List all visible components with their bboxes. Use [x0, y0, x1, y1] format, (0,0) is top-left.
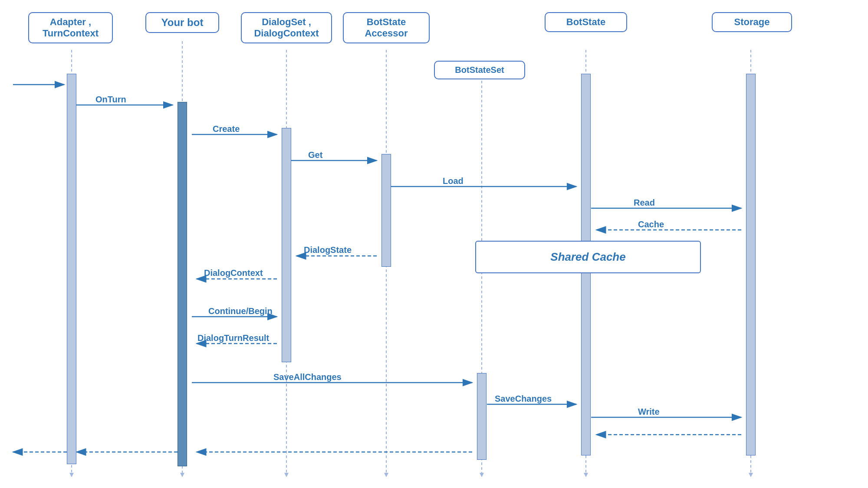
- lane-botstateset: BotStateSet: [434, 61, 525, 79]
- lane-dialogset: DialogSet , DialogContext: [241, 12, 332, 43]
- label-onturn: OnTurn: [95, 95, 126, 105]
- activation-botstate-acc: [381, 154, 391, 267]
- activation-botstateset: [477, 373, 487, 460]
- activation-yourbot: [178, 102, 187, 466]
- svg-marker-16: [584, 473, 588, 477]
- shared-cache-box: Shared Cache: [475, 241, 701, 273]
- lane-botstate-acc: BotState Accessor: [343, 12, 430, 43]
- label-dialogturnresult: DialogTurnResult: [197, 333, 269, 343]
- lane-yourbot: Your bot: [145, 12, 219, 33]
- svg-marker-12: [180, 473, 184, 477]
- botstateset-label: BotStateSet: [455, 65, 504, 75]
- lane-botstate: BotState: [545, 12, 627, 32]
- activation-storage: [746, 74, 756, 455]
- lane-adapter: Adapter , TurnContext: [28, 12, 113, 43]
- label-savechanges: SaveChanges: [495, 394, 552, 404]
- label-read: Read: [634, 198, 655, 208]
- svg-marker-13: [284, 473, 289, 477]
- svg-marker-17: [749, 473, 753, 477]
- activation-dialogset: [282, 128, 291, 362]
- svg-marker-14: [384, 473, 388, 477]
- sequence-diagram: Adapter , TurnContext Your bot DialogSet…: [0, 0, 868, 488]
- label-write: Write: [638, 407, 660, 417]
- label-continue: Continue/Begin: [208, 306, 273, 316]
- label-create: Create: [213, 124, 240, 134]
- svg-marker-15: [480, 473, 484, 477]
- label-cache: Cache: [638, 219, 664, 229]
- svg-marker-11: [69, 473, 74, 477]
- label-get: Get: [308, 150, 322, 160]
- label-saveallchanges: SaveAllChanges: [273, 372, 342, 382]
- activation-adapter: [67, 74, 76, 464]
- label-dialogcontext: DialogContext: [204, 268, 263, 278]
- label-load: Load: [443, 176, 464, 186]
- lane-storage: Storage: [712, 12, 792, 32]
- label-dialogstate: DialogState: [304, 245, 352, 255]
